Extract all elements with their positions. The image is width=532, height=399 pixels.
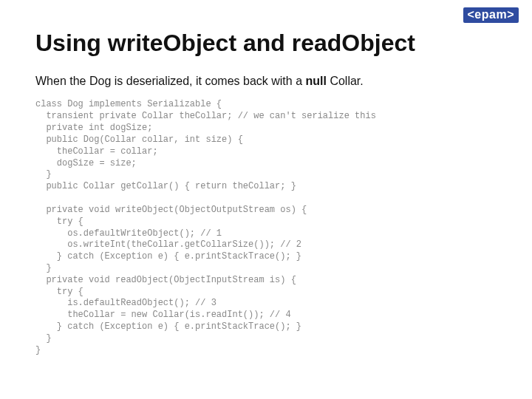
subtitle-pre: When the Dog is deserialized, it comes b… — [35, 75, 306, 87]
slide-subtitle: When the Dog is deserialized, it comes b… — [35, 73, 497, 89]
code-block: class Dog implements Serializable { tran… — [35, 99, 497, 356]
brand-logo: <epam> — [463, 7, 519, 23]
slide-body: Using writeObject and readObject When th… — [0, 0, 532, 372]
slide-title: Using writeObject and readObject — [35, 30, 497, 57]
subtitle-post: Collar. — [327, 75, 364, 87]
subtitle-bold: null — [306, 75, 327, 87]
brand-logo-text: <epam> — [463, 7, 519, 23]
